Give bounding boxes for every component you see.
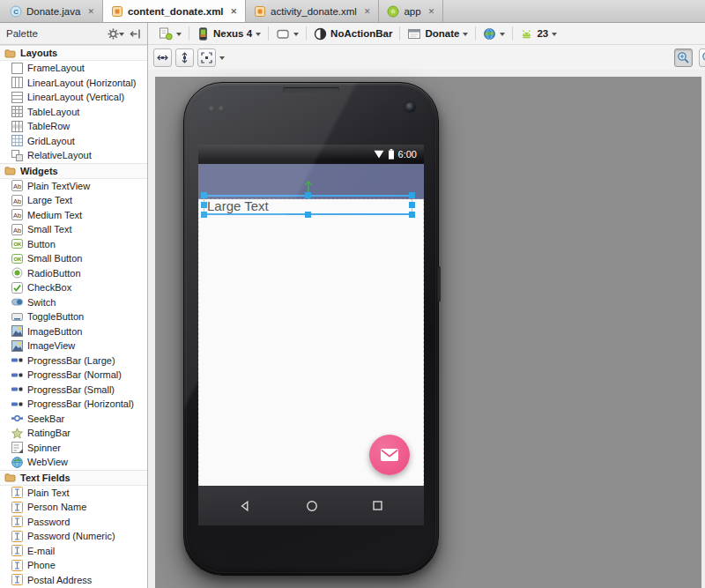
resize-handle[interactable] xyxy=(201,192,207,198)
device-screen[interactable]: 6:00 Large Text xyxy=(198,145,424,525)
textview-icon: Ab xyxy=(11,180,23,191)
palette-item-phone[interactable]: Phone xyxy=(0,558,147,573)
design-surface-selector[interactable] xyxy=(152,23,189,44)
palette-item-ratingbar[interactable]: RatingBar xyxy=(0,426,147,441)
section-label: Widgets xyxy=(20,166,58,176)
close-icon[interactable]: ✕ xyxy=(87,7,94,16)
palette-item-linearlayout-vertical[interactable]: LinearLayout (Vertical) xyxy=(0,90,147,105)
palette-item-small-text[interactable]: AbSmall Text xyxy=(0,222,147,237)
close-icon[interactable]: ✕ xyxy=(231,7,238,16)
palette-item-label: RatingBar xyxy=(27,428,70,438)
checkbox-icon xyxy=(11,282,23,294)
wifi-icon xyxy=(374,150,384,159)
palette-item-linearlayout-horizontal[interactable]: LinearLayout (Horizontal) xyxy=(0,76,147,91)
palette-item-progressbar-horizontal[interactable]: ProgressBar (Horizontal) xyxy=(0,397,147,412)
expand-horizontal-button[interactable] xyxy=(153,48,172,67)
orientation-selector[interactable] xyxy=(269,23,306,44)
status-time: 6:00 xyxy=(398,149,417,160)
palette-item-relativelayout[interactable]: RelativeLayout xyxy=(0,148,147,163)
palette-item-framelayout[interactable]: FrameLayout xyxy=(0,61,147,76)
close-icon[interactable]: ✕ xyxy=(428,7,435,16)
device-selector[interactable]: Nexus 4 xyxy=(189,23,268,44)
palette-item-imageview[interactable]: ImageView xyxy=(0,339,147,354)
palette-item-password-numeric[interactable]: Password (Numeric) xyxy=(0,529,147,544)
resize-handle[interactable] xyxy=(409,192,415,198)
palette-item-progressbar-large[interactable]: ProgressBar (Large) xyxy=(0,354,147,368)
locale-selector[interactable] xyxy=(476,23,512,44)
editor-tab[interactable]: CDonate.java✕ xyxy=(2,0,103,22)
palette-item-progressbar-normal[interactable]: ProgressBar (Normal) xyxy=(0,368,147,383)
theme-selector[interactable]: NoActionBar xyxy=(307,23,399,44)
palette-section-header[interactable]: Layouts xyxy=(0,45,147,61)
tab-label: Donate.java xyxy=(26,6,80,17)
palette-item-plain-textview[interactable]: AbPlain TextView xyxy=(0,179,147,194)
palette-item-webview[interactable]: WebView xyxy=(0,455,147,470)
palette-item-postal-address[interactable]: Postal Address xyxy=(0,573,147,588)
activity-selector[interactable]: Donate xyxy=(400,23,475,44)
palette-item-person-name[interactable]: Person Name xyxy=(0,500,147,515)
design-stage[interactable]: 6:00 Large Text xyxy=(155,77,701,588)
palette-section-header[interactable]: Text Fields xyxy=(0,470,147,486)
editor-tab[interactable]: activity_donate.xml✕ xyxy=(246,0,379,22)
palette-item-label: Button xyxy=(27,239,56,249)
device-icon xyxy=(197,27,210,41)
palette-item-small-button[interactable]: OKSmall Button xyxy=(0,251,147,266)
seekbar-icon xyxy=(11,413,23,424)
folder-icon xyxy=(4,166,16,175)
editor-tab[interactable]: content_donate.xml✕ xyxy=(103,0,246,22)
textfield-icon xyxy=(11,574,23,585)
zoom-actual-size-button[interactable]: 1:1 xyxy=(699,48,705,67)
close-icon[interactable]: ✕ xyxy=(364,7,371,16)
palette-item-imagebutton[interactable]: ImageButton xyxy=(0,324,147,339)
fab-widget[interactable] xyxy=(369,435,410,475)
expand-vertical-button[interactable] xyxy=(175,48,194,67)
globe-icon xyxy=(483,27,496,41)
textfield-icon xyxy=(11,531,23,542)
palette-item-checkbox[interactable]: CheckBox xyxy=(0,280,147,295)
zoom-in-button[interactable] xyxy=(674,48,693,67)
api-version-selector[interactable]: 23 xyxy=(513,23,564,44)
palette-item-tablelayout[interactable]: TableLayout xyxy=(0,105,147,120)
align-top-arrow-icon xyxy=(303,179,314,193)
palette-item-plain-text[interactable]: Plain Text xyxy=(0,486,147,501)
radio-icon xyxy=(11,267,23,279)
hide-panel-icon[interactable] xyxy=(130,28,141,40)
palette-item-seekbar[interactable]: SeekBar xyxy=(0,412,147,427)
resize-handle[interactable] xyxy=(409,202,415,208)
navigation-bar xyxy=(198,486,424,525)
status-bar: 6:00 xyxy=(198,145,424,164)
palette-item-gridlayout[interactable]: GridLayout xyxy=(0,134,147,149)
palette-item-password[interactable]: Password xyxy=(0,515,147,530)
palette-item-spinner[interactable]: Spinner xyxy=(0,441,147,456)
palette-item-large-text[interactable]: AbLarge Text xyxy=(0,193,147,208)
palette-item-e-mail[interactable]: E-mail xyxy=(0,544,147,559)
palette-item-label: Small Text xyxy=(27,224,72,234)
gear-icon[interactable] xyxy=(108,28,119,40)
selected-textview-widget[interactable]: Large Text xyxy=(204,195,412,215)
zoom-to-fit-button[interactable] xyxy=(197,48,216,67)
palette-item-switch[interactable]: Switch xyxy=(0,295,147,310)
palette-item-togglebutton[interactable]: ToggleButton xyxy=(0,309,147,324)
palette-item-button[interactable]: OKButton xyxy=(0,237,147,252)
palette-item-label: ProgressBar (Large) xyxy=(27,355,115,366)
phone-speaker xyxy=(283,87,339,93)
svg-text:Ab: Ab xyxy=(13,197,21,205)
palette-item-medium-text[interactable]: AbMedium Text xyxy=(0,208,147,223)
design-canvas[interactable]: 6:00 Large Text xyxy=(148,70,705,588)
resize-handle[interactable] xyxy=(409,212,415,218)
palette-item-progressbar-small[interactable]: ProgressBar (Small) xyxy=(0,383,147,398)
palette-item-tablerow[interactable]: TableRow xyxy=(0,119,147,134)
resize-handle[interactable] xyxy=(305,212,311,218)
resize-handle[interactable] xyxy=(305,192,311,198)
progress-icon xyxy=(11,354,23,366)
editor-tab[interactable]: app✕ xyxy=(379,0,443,22)
resize-handle[interactable] xyxy=(201,202,207,208)
palette-item-label: RelativeLayout xyxy=(27,150,92,160)
spinner-icon xyxy=(11,442,23,453)
layout-content-area[interactable]: Large Text xyxy=(198,199,424,486)
resize-handle[interactable] xyxy=(201,212,207,218)
palette-item-radiobutton[interactable]: RadioButton xyxy=(0,266,147,281)
palette-section-header[interactable]: Widgets xyxy=(0,163,147,179)
api-label: 23 xyxy=(537,28,548,39)
palette-item-label: Large Text xyxy=(27,195,72,205)
